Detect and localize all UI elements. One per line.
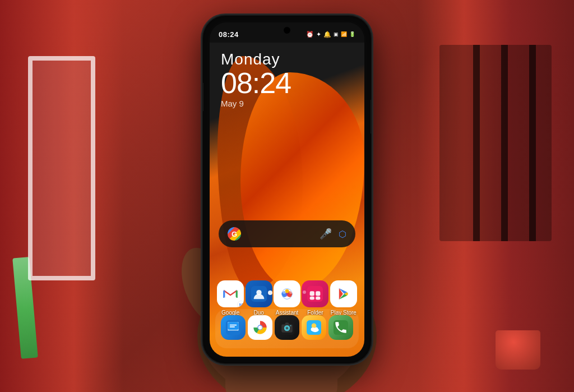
volume-button[interactable]	[203, 83, 203, 111]
chrome-icon	[248, 315, 272, 340]
alarm-icon: ⏰	[306, 31, 314, 38]
clock-area: Monday 08:24 May 9	[210, 50, 364, 108]
page-dot-1[interactable]	[268, 290, 272, 295]
svg-point-37	[286, 328, 288, 329]
svg-rect-25	[310, 297, 314, 300]
window-bar-1	[473, 45, 480, 241]
clock-date: May 9	[221, 99, 353, 108]
google-g-icon: G	[228, 227, 241, 241]
phone-svg	[334, 320, 348, 335]
signal-icon: 📶	[341, 31, 347, 37]
page-dot-3[interactable]	[283, 290, 286, 294]
status-icons: ⏰ ✦ 🔔 ▣ 📶 🔋	[306, 31, 355, 38]
phone-icon	[328, 315, 353, 340]
screenshot-icon: ▣	[334, 31, 339, 37]
bluetooth-icon: ✦	[316, 31, 321, 38]
svg-rect-26	[316, 297, 321, 300]
clock-day: Monday	[221, 50, 353, 68]
svg-rect-29	[228, 322, 239, 330]
red-bucket	[496, 330, 540, 370]
window-bar-3	[529, 45, 536, 241]
chrome-svg	[252, 320, 268, 335]
dock-weather[interactable]	[300, 315, 327, 342]
phone-body: 08:24 ⏰ ✦ 🔔 ▣ 📶 🔋 Monday 08:24 May 9 G 🎤…	[203, 16, 371, 363]
gmail-badge: M	[237, 301, 244, 307]
weather-svg	[307, 320, 321, 335]
camera-hole	[284, 27, 290, 34]
sound-icon: 🔔	[323, 31, 331, 38]
dock-phone[interactable]	[327, 315, 354, 342]
svg-point-32	[258, 326, 262, 330]
page-indicators	[210, 290, 364, 295]
microphone-icon[interactable]: 🎤	[320, 228, 332, 240]
svg-point-38	[290, 325, 291, 326]
camera-svg	[280, 320, 294, 335]
power-button[interactable]	[371, 100, 371, 133]
messages-icon	[221, 315, 246, 340]
weather-icon	[302, 315, 326, 340]
page-dot-2[interactable]	[276, 290, 279, 294]
camera-icon	[275, 315, 299, 340]
svg-point-43	[315, 327, 318, 330]
page-dot-4[interactable]	[289, 290, 293, 294]
svg-point-40	[312, 323, 317, 328]
search-bar[interactable]: G 🎤 ⬡	[219, 220, 355, 247]
status-time: 08:24	[219, 30, 239, 39]
phone-screen: 08:24 ⏰ ✦ 🔔 ▣ 📶 🔋 Monday 08:24 May 9 G 🎤…	[210, 22, 364, 357]
dock-chrome[interactable]	[247, 315, 274, 342]
lens-icon[interactable]: ⬡	[339, 229, 346, 239]
bottom-dock	[215, 309, 359, 348]
window-bar-2	[501, 45, 508, 241]
dock-camera[interactable]	[274, 315, 300, 342]
page-dot-5[interactable]	[296, 290, 299, 294]
dock-messages[interactable]	[220, 315, 247, 342]
battery-icon: 🔋	[349, 31, 355, 37]
svg-point-42	[311, 328, 315, 331]
white-frame	[28, 56, 95, 280]
svg-rect-7	[225, 358, 337, 392]
messages-svg	[226, 320, 240, 335]
page-dot-6[interactable]	[303, 290, 306, 294]
clock-time: 08:24	[221, 68, 353, 98]
window-bars-right	[439, 45, 552, 241]
